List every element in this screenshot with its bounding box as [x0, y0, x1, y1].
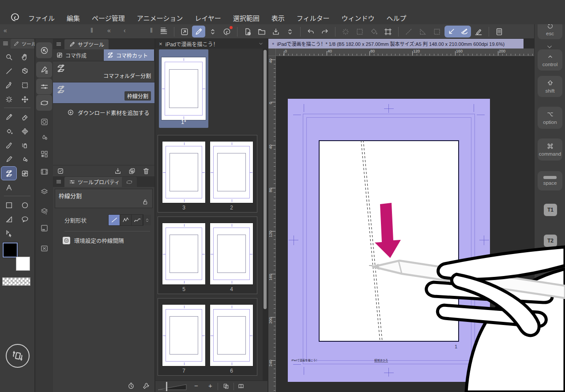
blend-tool[interactable]: [17, 152, 33, 166]
thumbnail-view-icon[interactable]: [222, 383, 230, 390]
checkbox-checked-icon[interactable]: [63, 237, 70, 244]
tool-palette-menu-icon[interactable]: [2, 40, 9, 47]
brush-tool[interactable]: [1, 138, 17, 152]
collapse-left-palette-icon[interactable]: «: [4, 27, 7, 34]
tab-brush-size[interactable]: [122, 177, 137, 187]
collapse-mid-palette-icon[interactable]: «: [107, 27, 111, 34]
clear-layer-button[interactable]: [339, 26, 352, 37]
color-mix-palette[interactable]: [36, 129, 52, 145]
line-correct-tool[interactable]: [1, 226, 17, 240]
subtool-menu-icon[interactable]: [56, 41, 62, 47]
add-download-material-button[interactable]: ダウンロード素材を追加する: [53, 106, 154, 119]
redo-button[interactable]: [318, 26, 331, 37]
mode-stepper-button[interactable]: [206, 26, 219, 37]
selection-launcher-button[interactable]: [430, 26, 444, 37]
settings-wrench-icon[interactable]: [142, 382, 150, 390]
key-T2[interactable]: T2: [544, 235, 557, 247]
frame-border-tool[interactable]: [1, 166, 17, 180]
shape-curve-button[interactable]: [132, 215, 143, 225]
sub-color-swatch[interactable]: [16, 257, 30, 271]
tab-subtool[interactable]: サブツール: [64, 39, 109, 49]
move-layer-tool[interactable]: [17, 92, 33, 106]
chevron-down-icon[interactable]: [258, 41, 264, 47]
menu-item-7[interactable]: 表示: [271, 13, 285, 22]
tool-property-palette[interactable]: [36, 78, 52, 94]
key-T1[interactable]: T1: [544, 204, 557, 216]
page-thumbnail[interactable]: [162, 223, 205, 284]
page-scrollbar-thumb[interactable]: [264, 50, 267, 309]
page-thumbnail[interactable]: [210, 142, 253, 203]
gradient-tool[interactable]: [1, 198, 17, 212]
operation-tool[interactable]: [1, 64, 17, 78]
open-file-button[interactable]: [255, 26, 268, 37]
main-menu-button[interactable]: [157, 26, 170, 37]
auto-select-tool[interactable]: [1, 92, 17, 106]
balloon-tool[interactable]: [17, 212, 33, 226]
text-tool[interactable]: [1, 180, 17, 194]
spread-view-icon[interactable]: [237, 383, 245, 390]
tab-frame-create[interactable]: コマ作成: [53, 49, 104, 61]
document-tab[interactable]: × iPadで漫画を描こう！: [155, 39, 267, 49]
panel-handle-icon[interactable]: ‖: [150, 27, 153, 34]
subtool-item-border-divide[interactable]: 枠線分割: [53, 82, 154, 104]
panel-handle-icon[interactable]: ‖: [90, 27, 93, 34]
subtool-item-frame-folder-divide[interactable]: コマフォルダー分割: [53, 61, 154, 82]
convert-to-shape-button[interactable]: [416, 26, 429, 37]
color-set-palette[interactable]: [36, 146, 52, 162]
key-space[interactable]: space: [538, 171, 562, 190]
page-thumbnail[interactable]: [210, 223, 253, 284]
collapse-step-icon[interactable]: ‹: [124, 27, 126, 34]
delete-subtool-icon[interactable]: [142, 167, 150, 175]
object-tool[interactable]: [17, 64, 33, 78]
duplicate-subtool-icon[interactable]: [128, 167, 136, 175]
rotate-canvas-button[interactable]: [6, 344, 30, 368]
timer-icon[interactable]: [127, 382, 135, 390]
transform-button[interactable]: [381, 26, 395, 37]
shape-straight-button[interactable]: [109, 215, 120, 225]
menu-item-8[interactable]: フィルター: [297, 13, 330, 22]
clip-studio-home-button[interactable]: [220, 26, 234, 37]
marker-tool[interactable]: [1, 152, 17, 166]
convert-to-line-button[interactable]: [402, 26, 415, 37]
menu-item-4[interactable]: アニメーション: [137, 13, 183, 22]
new-canvas-button[interactable]: [241, 26, 254, 37]
tab-tool-property[interactable]: ツールプロパティ: [64, 177, 124, 187]
key-command[interactable]: command: [538, 138, 562, 161]
decoration-tool[interactable]: [17, 124, 33, 138]
figure-tool[interactable]: [17, 198, 33, 212]
zoom-tool[interactable]: [1, 50, 17, 64]
pen-tool[interactable]: [1, 110, 17, 124]
tab-tools[interactable]: ツール: [11, 39, 34, 49]
menu-item-10[interactable]: ヘルプ: [386, 13, 406, 22]
airbrush-tool[interactable]: [17, 138, 33, 152]
deselect-button[interactable]: [353, 26, 366, 37]
thumbnail-larger-button[interactable]: +: [208, 382, 212, 389]
key-shift[interactable]: shift: [538, 76, 562, 97]
multi-select-icon[interactable]: [56, 167, 64, 175]
key-control[interactable]: control: [538, 49, 562, 71]
page-thumbnail[interactable]: [210, 305, 253, 366]
stroke-palette[interactable]: [36, 95, 52, 111]
clip-studio-logo-icon[interactable]: [10, 12, 20, 22]
save-file-button[interactable]: [269, 26, 282, 37]
lock-open-icon[interactable]: [142, 198, 149, 205]
edge-keyboard-toggle-button[interactable]: [493, 26, 506, 37]
color-circle-palette[interactable]: [36, 114, 52, 130]
page-thumbnail[interactable]: [162, 142, 205, 203]
thumbnail-smaller-button[interactable]: −: [194, 382, 198, 389]
animation-palette[interactable]: [36, 164, 52, 179]
transparent-color-swatch[interactable]: [2, 277, 30, 286]
close-tab-icon[interactable]: ×: [159, 41, 162, 47]
eraser-tool[interactable]: [17, 110, 33, 124]
tab-frame-cut[interactable]: コマ枠カット: [104, 49, 154, 61]
file-stepper-button[interactable]: [283, 26, 297, 37]
snap-to-ruler-button[interactable]: [444, 26, 458, 37]
key-option[interactable]: option: [538, 107, 562, 129]
menu-item-3[interactable]: ページ管理: [92, 13, 125, 22]
selection-tool[interactable]: [17, 78, 33, 92]
eyedropper-tool[interactable]: [1, 78, 17, 92]
tool-property-menu-icon[interactable]: [56, 179, 62, 185]
canvas-area[interactable]: 04080120160200240 4004080120160200240 ● …: [268, 39, 534, 392]
ruler-tool[interactable]: [1, 212, 17, 226]
menu-item-1[interactable]: ファイル: [28, 13, 55, 22]
